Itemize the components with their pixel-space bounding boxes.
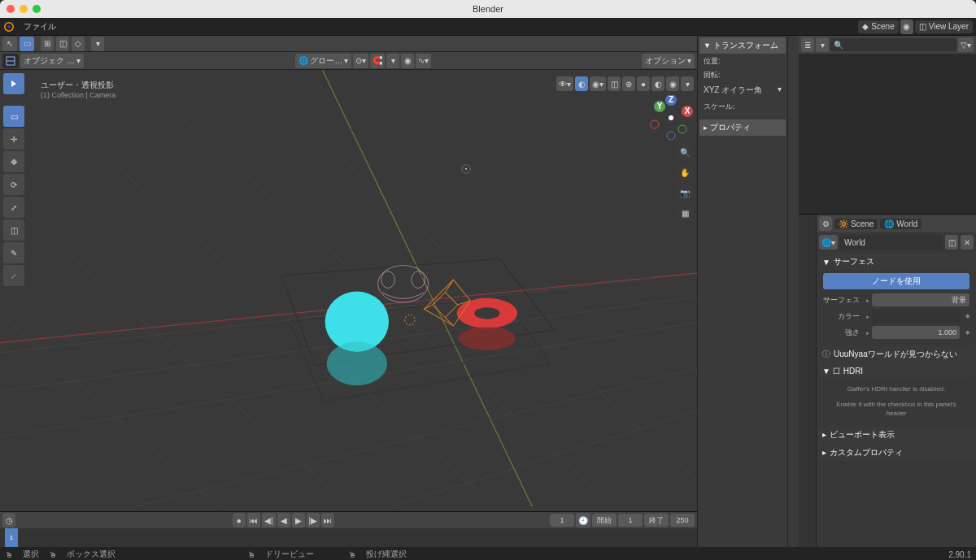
- input-dot-icon: ●: [865, 297, 869, 303]
- overlays-icon[interactable]: ◉▾: [590, 76, 606, 91]
- autokey-icon[interactable]: ●: [233, 513, 246, 527]
- outliner-search[interactable]: 🔍: [830, 38, 956, 51]
- proportional-type-icon[interactable]: ∿▾: [416, 54, 431, 68]
- scale-tool-icon[interactable]: ⤢: [3, 197, 24, 218]
- hdri-panel-header[interactable]: ▼ ☐ HDRI: [818, 364, 974, 378]
- menu-ファイル[interactable]: ファイル: [18, 18, 62, 35]
- keyframe-dot-icon[interactable]: ◆: [965, 313, 969, 319]
- svg-line-14: [0, 242, 697, 360]
- surface-panel-header[interactable]: ▼ サーフェス: [818, 254, 974, 270]
- cursor-tool-icon[interactable]: ✛: [3, 128, 24, 150]
- svg-line-6: [0, 271, 697, 464]
- zoom-icon[interactable]: 🔍: [676, 143, 694, 161]
- use-nodes-button[interactable]: ノードを使用: [823, 273, 969, 289]
- hdri-disabled-msg2: Enable it with the checkbox in this pane…: [823, 397, 969, 421]
- svg-line-11: [0, 163, 470, 506]
- npanel-tabs: [787, 36, 799, 547]
- snap-toggle-icon[interactable]: 🧲: [370, 54, 385, 68]
- transform-panel-header[interactable]: ▼ トランスフォーム: [699, 37, 786, 54]
- persp-ortho-icon[interactable]: ▦: [676, 204, 694, 222]
- play-icon[interactable]: [3, 73, 24, 94]
- world-link[interactable]: World: [840, 235, 943, 250]
- properties-tabs: [799, 215, 817, 547]
- n-panel: ▼ トランスフォーム 位置: 回転: XYZ オイラー角▾ スケール: ▸ プロ…: [697, 36, 799, 547]
- breadcrumb-scene[interactable]: 🔆 Scene: [834, 219, 878, 229]
- svg-point-33: [654, 101, 665, 112]
- svg-line-9: [84, 137, 588, 506]
- outliner-tree[interactable]: [799, 54, 976, 214]
- shading-rendered-icon[interactable]: ◉: [666, 76, 679, 91]
- preview-range-icon[interactable]: 🕘: [576, 513, 590, 527]
- custom-props-header[interactable]: ▸ カスタムプロパティ: [818, 445, 974, 461]
- play-icon[interactable]: ▶: [292, 513, 305, 527]
- next-key-icon[interactable]: |▶: [307, 513, 320, 527]
- color-swatch[interactable]: [872, 310, 960, 323]
- tool-select-box-icon[interactable]: ▭: [20, 37, 34, 51]
- jump-start-icon[interactable]: ⏮: [247, 513, 260, 527]
- annotate-tool-icon[interactable]: ✎: [3, 242, 24, 263]
- timeline-ruler[interactable]: 1: [0, 528, 697, 547]
- shading-matprev-icon[interactable]: ◐: [651, 76, 664, 91]
- shading-wire-icon[interactable]: ⊕: [622, 76, 635, 91]
- orientation-dropdown[interactable]: 🌐 グロー… ▾: [295, 54, 351, 68]
- timeline-header: ◷ ● ⏮ ◀| ◀ ▶ |▶ ⏭ 1 🕘 開始 1 終了 250: [0, 512, 697, 528]
- timeline-editor-icon[interactable]: ◷: [2, 513, 15, 527]
- viewlayer-selector[interactable]: ◫ View Layer: [915, 20, 973, 33]
- mode-selector[interactable]: オブジェク … ▾: [20, 54, 84, 68]
- outliner-mode-icon[interactable]: ▾: [816, 37, 829, 52]
- transform-tool-icon[interactable]: ◫: [3, 219, 24, 241]
- snap-type-icon[interactable]: ◫: [56, 37, 69, 51]
- rotate-tool-icon[interactable]: ⟳: [3, 174, 24, 195]
- gizmo-icon[interactable]: ◐: [575, 76, 588, 91]
- properties-editor: ⚙ 🔆 Scene 🌐 World 🌐▾ World ◫ ✕ ▼ サーフェス ノ…: [799, 215, 976, 547]
- breadcrumb-world[interactable]: 🌐 World: [880, 219, 922, 229]
- blender-logo-icon[interactable]: [0, 18, 18, 35]
- playhead[interactable]: 1: [5, 528, 18, 547]
- frame-end-field[interactable]: 250: [670, 514, 695, 527]
- camera-view-icon[interactable]: 📷: [676, 184, 694, 202]
- new-world-icon[interactable]: ◫: [945, 235, 958, 250]
- select-box-tool-icon[interactable]: ▭: [3, 106, 24, 127]
- move-tool-icon[interactable]: ✥: [3, 151, 24, 172]
- jump-end-icon[interactable]: ⏭: [321, 513, 334, 527]
- rotation-mode-dropdown[interactable]: XYZ オイラー角▾: [699, 83, 786, 98]
- scale-label: スケール:: [699, 99, 786, 113]
- dropdown-icon[interactable]: ▾: [91, 37, 104, 51]
- svg-point-38: [678, 125, 686, 133]
- widget-icon[interactable]: ◇: [72, 37, 85, 51]
- viewport-3d[interactable]: ユーザー・透視投影 (1) Collection | Camera ▭ ✛ ✥ …: [0, 70, 697, 511]
- properties-editor-icon[interactable]: ⚙: [819, 216, 832, 231]
- nav-gizmo[interactable]: X Y Z: [648, 95, 694, 141]
- shading-solid-icon[interactable]: ●: [637, 76, 650, 91]
- snap-elem-icon[interactable]: ▾: [386, 54, 399, 68]
- proportional-icon[interactable]: ◉: [401, 54, 414, 68]
- current-frame-field[interactable]: 1: [550, 514, 574, 527]
- svg-point-30: [669, 115, 673, 120]
- filter-icon[interactable]: ▽▾: [958, 37, 974, 52]
- svg-point-20: [412, 271, 425, 289]
- prev-key-icon[interactable]: ◀|: [262, 513, 276, 527]
- pin-icon[interactable]: ◉: [900, 20, 913, 34]
- editor-type-icon[interactable]: [2, 54, 19, 68]
- unlink-icon[interactable]: ✕: [961, 235, 974, 250]
- xray-icon[interactable]: ◫: [608, 76, 621, 91]
- viewport-display-header[interactable]: ▸ ビューポート表示: [818, 427, 974, 443]
- pan-icon[interactable]: ✋: [676, 163, 694, 181]
- options-dropdown[interactable]: オプション ▾: [642, 54, 695, 68]
- surface-shader-field[interactable]: 背景: [872, 293, 969, 306]
- shading-dropdown-icon[interactable]: ▾: [681, 76, 694, 91]
- strength-field[interactable]: 1.000: [872, 326, 960, 339]
- warn-panel[interactable]: ⓘ UuuNyaaワールドが見つからない: [818, 346, 974, 362]
- world-browse-icon[interactable]: 🌐▾: [819, 235, 838, 250]
- measure-tool-icon[interactable]: ⟋: [3, 265, 24, 286]
- visibility-icon[interactable]: 👁▾: [556, 76, 573, 91]
- play-reverse-icon[interactable]: ◀: [277, 513, 290, 527]
- tool-cursor-icon[interactable]: ↖: [2, 37, 17, 51]
- snap-icon[interactable]: ⊞: [41, 37, 54, 51]
- scene-selector[interactable]: ◆ Scene: [858, 20, 898, 33]
- frame-start-field[interactable]: 1: [618, 514, 643, 527]
- outliner-editor-icon[interactable]: ≣: [801, 37, 814, 52]
- keyframe-dot-icon[interactable]: ◆: [965, 329, 969, 336]
- properties-panel-header[interactable]: ▸ プロパティ: [699, 119, 786, 136]
- pivot-icon[interactable]: ⊙▾: [353, 54, 368, 68]
